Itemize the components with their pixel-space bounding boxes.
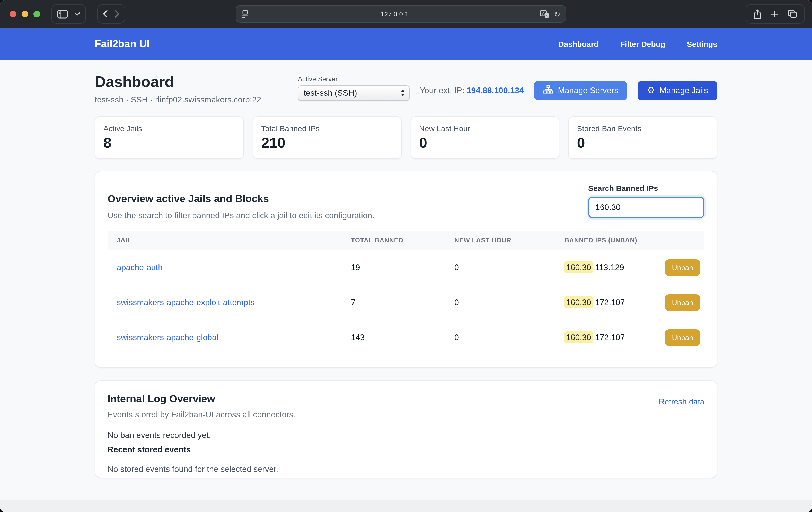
browser-window: 127.0.0.1 A x ↻ [0,0,812,512]
stat-label: Stored Ban Events [577,124,709,133]
search-banned-ips-label: Search Banned IPs [588,184,704,193]
jails-table: Jail Total Banned New Last Hour Banned I… [108,230,704,355]
stat-card-total-banned: Total Banned IPs 210 [253,116,402,159]
ip-rest: .172.107 [593,298,625,307]
window-actions-group [746,4,805,24]
share-icon[interactable] [753,9,761,19]
log-title: Internal Log Overview [108,393,296,405]
manage-jails-button[interactable]: ⚙︎ Manage Jails [638,81,717,100]
minimize-window-button[interactable] [22,10,28,17]
sidebar-group [52,4,86,24]
traffic-lights [10,10,40,17]
stat-cards-row: Active Jails 8 Total Banned IPs 210 New … [95,116,717,159]
stat-card-active-jails: Active Jails 8 [95,116,244,159]
ip-rest: .172.107 [593,333,625,342]
new-tab-icon[interactable] [771,10,779,18]
internal-log-card: Internal Log Overview Events stored by F… [95,380,717,478]
external-ip-value[interactable]: 194.88.100.134 [467,86,524,94]
back-icon[interactable] [103,10,108,18]
url-text[interactable]: 127.0.0.1 [249,10,540,18]
ip-highlight: 160.30 [564,296,593,308]
history-nav-group [97,4,125,24]
translate-icon[interactable]: A x [540,9,550,18]
total-banned-cell: 19 [342,250,445,285]
svg-text:x: x [546,13,548,17]
stat-card-stored-ban-events: Stored Ban Events 0 [568,116,718,159]
jail-link[interactable]: swissmakers-apache-exploit-attempts [117,298,255,307]
gear-icon: ⚙︎ [647,86,655,95]
ip-rest: .113.129 [593,263,624,272]
overview-subtitle: Use the search to filter banned IPs and … [108,211,374,220]
column-jail: Jail [108,231,342,250]
manage-servers-label: Manage Servers [558,86,618,95]
page-footer-strip [0,500,812,512]
total-banned-cell: 143 [342,320,445,355]
reload-icon[interactable]: ↻ [554,10,560,18]
stat-label: New Last Hour [419,124,551,133]
log-subtitle: Events stored by Fail2ban-UI across all … [108,410,296,419]
app-navbar: Fail2ban UI Dashboard Filter Debug Setti… [0,28,812,60]
stat-value: 8 [104,135,235,151]
new-last-hour-cell: 0 [445,285,555,320]
page-format-icon[interactable] [241,9,249,18]
stat-value: 0 [577,135,709,151]
total-banned-cell: 7 [342,285,445,320]
nav-link-filter-debug[interactable]: Filter Debug [620,39,665,48]
search-banned-ips-input[interactable] [588,197,704,218]
ip-highlight: 160.30 [564,261,593,273]
sidebar-chevron-down-icon[interactable] [74,12,80,16]
close-window-button[interactable] [10,10,17,17]
stat-value: 0 [419,135,551,151]
nav-link-settings[interactable]: Settings [687,39,717,48]
banned-ip-cell: 160.30.172.107 Unban [564,294,700,311]
table-row: swissmakers-apache-exploit-attempts 7 0 … [108,285,704,320]
banned-ip-cell: 160.30.113.129 Unban [564,259,700,276]
ip-highlight: 160.30 [564,332,593,343]
svg-text:A: A [542,11,545,16]
active-server-select[interactable]: test-ssh (SSH) [298,85,410,101]
stat-label: Total Banned IPs [261,124,393,133]
no-stored-events-text: No stored events found for the selected … [108,464,704,474]
sidebar-toggle-icon[interactable] [57,9,68,18]
unban-button[interactable]: Unban [665,329,700,346]
jail-link[interactable]: apache-auth [117,263,163,272]
nav-link-dashboard[interactable]: Dashboard [558,39,599,48]
external-ip-label: Your ext. IP: [420,86,464,94]
browser-toolbar: 127.0.0.1 A x ↻ [0,0,812,28]
address-bar[interactable]: 127.0.0.1 A x ↻ [236,5,566,23]
unban-button[interactable]: Unban [665,259,700,276]
stat-value: 210 [261,135,393,151]
stat-card-new-last-hour: New Last Hour 0 [410,116,560,159]
stat-label: Active Jails [104,124,235,133]
new-last-hour-cell: 0 [445,250,555,285]
tab-overview-icon[interactable] [788,10,797,18]
table-header-row: Jail Total Banned New Last Hour Banned I… [108,231,704,250]
column-new: New Last Hour [445,231,555,250]
recent-stored-events-title: Recent stored events [108,445,704,454]
unban-button[interactable]: Unban [665,294,700,311]
new-last-hour-cell: 0 [445,320,555,355]
table-row: apache-auth 19 0 160.30.113.129 Unban [108,250,704,285]
refresh-data-link[interactable]: Refresh data [659,397,705,419]
zoom-window-button[interactable] [33,10,40,17]
active-server-label: Active Server [298,75,410,83]
jail-link[interactable]: swissmakers-apache-global [117,333,219,342]
external-ip-line: Your ext. IP: 194.88.100.134 [420,86,524,95]
table-row: swissmakers-apache-global 143 0 160.30.1… [108,320,704,355]
page-title: Dashboard [95,73,261,91]
manage-jails-label: Manage Jails [660,86,708,95]
brand-title[interactable]: Fail2ban UI [95,38,149,50]
page-header: Dashboard test-ssh · SSH · rlinfp02.swis… [95,73,717,105]
sitemap-icon [543,85,553,96]
select-stepper-icon [401,89,405,96]
no-ban-events-text: No ban events recorded yet. [108,430,704,440]
column-banned-ips: Banned IPs (Unban) [555,231,704,250]
column-total: Total Banned [342,231,445,250]
active-server-value: test-ssh (SSH) [303,88,401,97]
server-subtitle: test-ssh · SSH · rlinfp02.swissmakers.co… [95,95,261,105]
overview-title: Overview active Jails and Blocks [108,193,374,205]
jails-overview-card: Overview active Jails and Blocks Use the… [95,171,717,368]
banned-ip-cell: 160.30.172.107 Unban [564,329,700,346]
manage-servers-button[interactable]: Manage Servers [534,81,628,100]
forward-icon[interactable] [114,10,119,18]
